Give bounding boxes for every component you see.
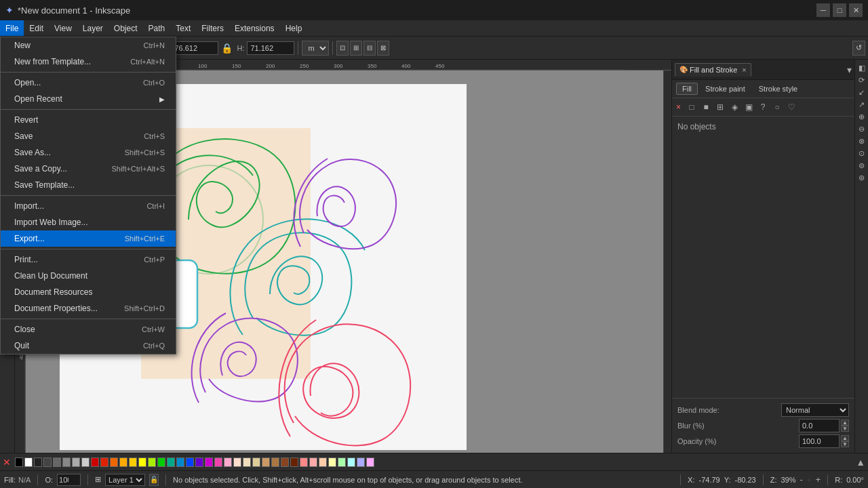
rs-btn-6[interactable]: ⊖: [856, 123, 867, 134]
color-swatch[interactable]: [195, 458, 203, 467]
color-swatch[interactable]: [53, 458, 61, 467]
color-swatch[interactable]: [129, 458, 137, 467]
menu-import-web[interactable]: Import Web Image...: [1, 214, 176, 230]
fill-x-icon[interactable]: ×: [676, 102, 681, 112]
color-swatch[interactable]: [205, 458, 213, 467]
close-button[interactable]: ✕: [849, 3, 863, 17]
fill-pattern-btn[interactable]: ▣: [743, 101, 755, 113]
color-swatch[interactable]: [319, 458, 327, 467]
fill-linear-btn[interactable]: ⊞: [714, 101, 726, 113]
menu-help[interactable]: Help: [280, 20, 308, 36]
rs-btn-2[interactable]: ⟳: [856, 75, 867, 85]
units-select[interactable]: mmpxin: [302, 41, 329, 56]
color-swatch[interactable]: [138, 458, 146, 467]
rs-btn-7[interactable]: ⊗: [856, 136, 867, 146]
menu-extensions[interactable]: Extensions: [229, 20, 280, 36]
color-swatch[interactable]: [309, 458, 317, 467]
color-swatch[interactable]: [186, 458, 194, 467]
tab-fill[interactable]: Fill: [676, 83, 698, 95]
panel-expand-btn[interactable]: ▾: [847, 64, 852, 75]
color-swatch[interactable]: [81, 458, 90, 467]
colorbar-expand-btn[interactable]: ▲: [856, 457, 865, 468]
color-swatch[interactable]: [43, 458, 52, 467]
panel-tab-close[interactable]: ×: [742, 66, 746, 74]
fill-radial-btn[interactable]: ◈: [728, 101, 741, 113]
menu-import[interactable]: Import...Ctrl+I: [1, 198, 176, 214]
color-swatch[interactable]: [252, 458, 260, 467]
color-swatch[interactable]: [243, 458, 251, 467]
tab-stroke-paint[interactable]: Stroke paint: [699, 83, 751, 95]
panel-tab-fill-stroke[interactable]: 🎨 Fill and Stroke ×: [675, 63, 751, 77]
color-swatch[interactable]: [110, 458, 118, 467]
blur-input[interactable]: [799, 419, 840, 432]
color-swatch[interactable]: [357, 458, 365, 467]
color-swatch[interactable]: [300, 458, 308, 467]
color-swatch[interactable]: [347, 458, 355, 467]
layer-select[interactable]: Layer 1: [105, 474, 145, 486]
color-swatch[interactable]: [100, 458, 108, 467]
snap-btn3[interactable]: ⊟: [363, 41, 376, 56]
color-swatch[interactable]: [91, 458, 99, 467]
fill-none-btn[interactable]: □: [686, 101, 698, 113]
snap-btn4[interactable]: ⊠: [377, 41, 389, 56]
menu-quit[interactable]: QuitCtrl+Q: [1, 338, 176, 354]
color-swatch[interactable]: [157, 458, 165, 467]
menu-revert[interactable]: Revert: [1, 112, 176, 128]
rs-btn-3[interactable]: ↙: [856, 87, 867, 98]
fill-flat-btn[interactable]: ■: [700, 101, 712, 113]
opacity-down-btn[interactable]: ▼: [841, 441, 849, 447]
minimize-button[interactable]: ─: [816, 3, 830, 17]
blur-up-btn[interactable]: ▲: [841, 420, 849, 426]
refresh-btn[interactable]: ↺: [852, 41, 865, 56]
tab-stroke-style[interactable]: Stroke style: [753, 83, 804, 95]
menu-new[interactable]: NewCtrl+N: [1, 37, 176, 54]
color-swatch[interactable]: [224, 458, 232, 467]
fill-mesh-btn[interactable]: ♡: [785, 101, 797, 113]
menu-close[interactable]: CloseCtrl+W: [1, 321, 176, 338]
color-swatch[interactable]: [271, 458, 279, 467]
rs-btn-1[interactable]: ◧: [856, 62, 867, 73]
transparent-color[interactable]: ✕: [3, 457, 11, 468]
menu-view[interactable]: View: [49, 20, 77, 36]
rs-btn-5[interactable]: ⊕: [856, 111, 867, 122]
color-swatch[interactable]: [262, 458, 270, 467]
menu-new-template[interactable]: New from Template...Ctrl+Alt+N: [1, 54, 176, 70]
menu-save-as[interactable]: Save As...Shift+Ctrl+S: [1, 144, 176, 161]
toolbar-h-input[interactable]: [247, 41, 294, 55]
opacity-up-btn[interactable]: ▲: [841, 435, 849, 441]
menu-save-template[interactable]: Save Template...: [1, 177, 176, 193]
color-black[interactable]: [15, 458, 23, 467]
color-swatch[interactable]: [290, 458, 298, 467]
menu-save[interactable]: SaveCtrl+S: [1, 128, 176, 144]
color-swatch[interactable]: [281, 458, 289, 467]
fill-unknown-btn[interactable]: ?: [757, 101, 769, 113]
menu-file[interactable]: File: [0, 20, 24, 36]
menu-print[interactable]: Print...Ctrl+P: [1, 251, 176, 268]
snap-btn1[interactable]: ⊡: [336, 41, 349, 56]
v-scrollbar[interactable]: [663, 70, 671, 453]
color-swatch[interactable]: [72, 458, 80, 467]
rs-btn-10[interactable]: ⊛: [856, 172, 867, 183]
maximize-button[interactable]: □: [833, 3, 846, 17]
color-swatch[interactable]: [214, 458, 222, 467]
menu-edit[interactable]: Edit: [24, 20, 49, 36]
toolbar-w-input[interactable]: [171, 41, 218, 55]
blend-mode-select[interactable]: Normal Multiply Screen Overlay: [781, 403, 849, 417]
menu-doc-props[interactable]: Document Properties...Shift+Ctrl+D: [1, 300, 176, 317]
menu-filters[interactable]: Filters: [196, 20, 229, 36]
menu-open-recent[interactable]: Open Recent▶: [1, 91, 176, 107]
rs-btn-4[interactable]: ↗: [856, 99, 867, 110]
rs-btn-8[interactable]: ⊙: [856, 148, 867, 159]
color-swatch[interactable]: [176, 458, 184, 467]
color-swatch[interactable]: [62, 458, 71, 467]
menu-cleanup[interactable]: Clean Up Document: [1, 268, 176, 284]
color-swatch[interactable]: [338, 458, 346, 467]
menu-object[interactable]: Object: [108, 20, 143, 36]
menu-text[interactable]: Text: [170, 20, 196, 36]
zoom-plus[interactable]: +: [815, 474, 821, 485]
menu-layer[interactable]: Layer: [77, 20, 108, 36]
menu-export[interactable]: Export...Shift+Ctrl+E: [1, 230, 176, 247]
menu-path[interactable]: Path: [143, 20, 171, 36]
layer-lock-btn[interactable]: 🔓: [149, 474, 159, 486]
menu-open[interactable]: Open...Ctrl+O: [1, 75, 176, 91]
